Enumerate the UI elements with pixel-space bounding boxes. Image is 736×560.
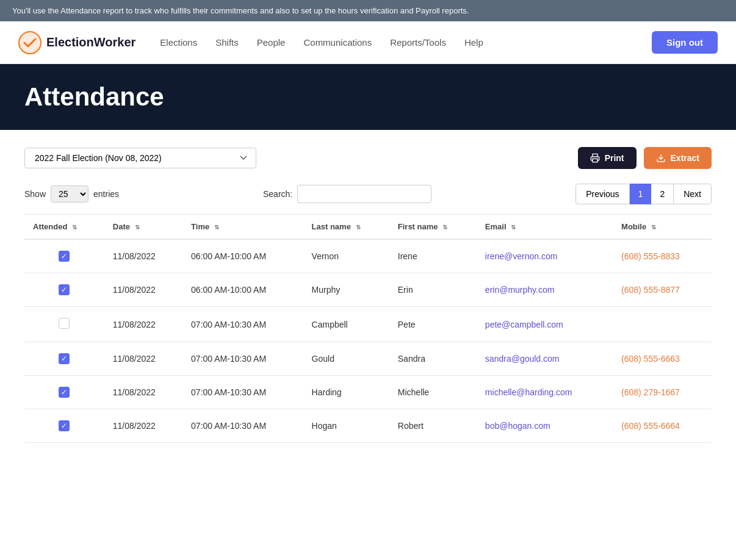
phone-link[interactable]: (608) 555-8877 bbox=[621, 285, 680, 295]
entries-label: entries bbox=[93, 189, 119, 199]
first-name-cell: Pete bbox=[389, 307, 477, 342]
email-cell: irene@vernon.com bbox=[477, 239, 613, 273]
col-last-name: Last name ⇅ bbox=[303, 215, 389, 240]
email-cell: pete@campbell.com bbox=[477, 307, 613, 342]
col-last-name-label: Last name bbox=[312, 222, 351, 231]
next-button[interactable]: Next bbox=[673, 184, 712, 204]
svg-rect-2 bbox=[593, 159, 597, 162]
attended-checkbox[interactable] bbox=[59, 251, 70, 262]
email-link[interactable]: michelle@harding.com bbox=[485, 387, 572, 397]
nav-people[interactable]: People bbox=[257, 37, 286, 48]
nav-links: Elections Shifts People Communications R… bbox=[160, 37, 652, 48]
attended-checkbox[interactable] bbox=[59, 387, 70, 398]
nav-elections[interactable]: Elections bbox=[160, 37, 197, 48]
time-cell: 07:00 AM-10:30 AM bbox=[182, 307, 303, 342]
phone-link[interactable]: (608) 555-6663 bbox=[621, 354, 680, 364]
table-body: 11/08/202206:00 AM-10:00 AMVernonIreneir… bbox=[24, 239, 712, 443]
mobile-cell: (608) 555-6663 bbox=[613, 342, 712, 376]
navbar: ElectionWorker Elections Shifts People C… bbox=[0, 21, 736, 64]
attended-cell bbox=[24, 239, 104, 273]
page-2-button[interactable]: 2 bbox=[651, 184, 673, 204]
attended-checkbox[interactable] bbox=[59, 353, 70, 364]
nav-shifts[interactable]: Shifts bbox=[215, 37, 239, 48]
email-link[interactable]: irene@vernon.com bbox=[485, 251, 558, 261]
phone-link[interactable]: (608) 555-6664 bbox=[621, 421, 680, 431]
sort-attended-icon: ⇅ bbox=[72, 224, 77, 231]
logo-link[interactable]: ElectionWorker bbox=[18, 31, 135, 54]
date-cell: 11/08/2022 bbox=[104, 273, 182, 307]
show-label: Show bbox=[24, 189, 46, 199]
last-name-cell: Hogan bbox=[303, 409, 389, 443]
phone-link[interactable]: (608) 555-8833 bbox=[621, 251, 680, 261]
sign-out-button[interactable]: Sign out bbox=[652, 31, 718, 54]
col-attended-label: Attended bbox=[33, 222, 67, 231]
search-label: Search: bbox=[263, 189, 292, 199]
time-cell: 07:00 AM-10:30 AM bbox=[182, 409, 303, 443]
email-link[interactable]: bob@hogan.com bbox=[485, 421, 550, 431]
time-cell: 07:00 AM-10:30 AM bbox=[182, 376, 303, 409]
attended-checkbox[interactable] bbox=[59, 284, 70, 295]
prev-button[interactable]: Previous bbox=[575, 184, 629, 204]
election-dropdown[interactable]: 2022 Fall Election (Nov 08, 2022) bbox=[24, 148, 256, 168]
col-mobile-label: Mobile bbox=[621, 222, 646, 231]
col-date: Date ⇅ bbox=[104, 215, 182, 240]
col-time: Time ⇅ bbox=[182, 215, 303, 240]
email-link[interactable]: sandra@gould.com bbox=[485, 354, 560, 364]
first-name-cell: Robert bbox=[389, 409, 477, 443]
table-row: 11/08/202207:00 AM-10:30 AMHardingMichel… bbox=[24, 376, 712, 409]
print-button[interactable]: Print bbox=[578, 147, 637, 169]
sort-date-icon: ⇅ bbox=[135, 224, 140, 231]
search-input[interactable] bbox=[297, 185, 431, 203]
sort-mobile-icon: ⇅ bbox=[651, 224, 656, 231]
attendance-table: Attended ⇅ Date ⇅ Time ⇅ Last name ⇅ Fir… bbox=[24, 214, 712, 443]
extract-label: Extract bbox=[671, 153, 699, 163]
attended-cell bbox=[24, 342, 104, 376]
table-row: 11/08/202207:00 AM-10:30 AMGouldSandrasa… bbox=[24, 342, 712, 376]
logo-text: ElectionWorker bbox=[46, 35, 135, 49]
table-controls: Show 25 50 100 entries Search: Previous … bbox=[24, 184, 712, 204]
email-cell: erin@murphy.com bbox=[477, 273, 613, 307]
email-cell: bob@hogan.com bbox=[477, 409, 613, 443]
election-select: 2022 Fall Election (Nov 08, 2022) bbox=[24, 148, 256, 168]
col-first-name-label: First name bbox=[398, 222, 438, 231]
last-name-cell: Murphy bbox=[303, 273, 389, 307]
col-attended: Attended ⇅ bbox=[24, 215, 104, 240]
page-header: Attendance bbox=[0, 64, 736, 130]
page-title: Attendance bbox=[24, 82, 712, 112]
last-name-cell: Vernon bbox=[303, 239, 389, 273]
date-cell: 11/08/2022 bbox=[104, 342, 182, 376]
sort-email-icon: ⇅ bbox=[511, 224, 516, 231]
print-label: Print bbox=[605, 153, 624, 163]
sort-first-name-icon: ⇅ bbox=[442, 224, 447, 231]
nav-reports-tools[interactable]: Reports/Tools bbox=[390, 37, 446, 48]
nav-help[interactable]: Help bbox=[464, 37, 483, 48]
col-first-name: First name ⇅ bbox=[389, 215, 477, 240]
extract-button[interactable]: Extract bbox=[644, 147, 712, 169]
header-row: Attended ⇅ Date ⇅ Time ⇅ Last name ⇅ Fir… bbox=[24, 215, 712, 240]
download-icon bbox=[656, 153, 666, 163]
first-name-cell: Irene bbox=[389, 239, 477, 273]
table-row: 11/08/202207:00 AM-10:30 AMHoganRobertbo… bbox=[24, 409, 712, 443]
first-name-cell: Michelle bbox=[389, 376, 477, 409]
attended-cell bbox=[24, 376, 104, 409]
nav-communications[interactable]: Communications bbox=[303, 37, 372, 48]
mobile-cell: (608) 279-1667 bbox=[613, 376, 712, 409]
attended-cell bbox=[24, 307, 104, 342]
controls-row: 2022 Fall Election (Nov 08, 2022) Print … bbox=[24, 147, 712, 169]
date-cell: 11/08/2022 bbox=[104, 409, 182, 443]
entries-select[interactable]: 25 50 100 bbox=[51, 185, 88, 203]
phone-link[interactable]: (608) 279-1667 bbox=[621, 387, 680, 397]
table-row: 11/08/202207:00 AM-10:30 AMCampbellPetep… bbox=[24, 307, 712, 342]
attended-cell bbox=[24, 273, 104, 307]
attended-checkbox[interactable] bbox=[59, 318, 70, 329]
table-row: 11/08/202206:00 AM-10:00 AMVernonIreneir… bbox=[24, 239, 712, 273]
date-cell: 11/08/2022 bbox=[104, 376, 182, 409]
sort-last-name-icon: ⇅ bbox=[356, 224, 361, 231]
attended-checkbox[interactable] bbox=[59, 420, 70, 431]
page-1-button[interactable]: 1 bbox=[630, 184, 652, 204]
sort-time-icon: ⇅ bbox=[214, 224, 219, 231]
email-link[interactable]: erin@murphy.com bbox=[485, 285, 555, 295]
email-link[interactable]: pete@campbell.com bbox=[485, 320, 563, 329]
attended-cell bbox=[24, 409, 104, 443]
mobile-cell: (608) 555-6664 bbox=[613, 409, 712, 443]
